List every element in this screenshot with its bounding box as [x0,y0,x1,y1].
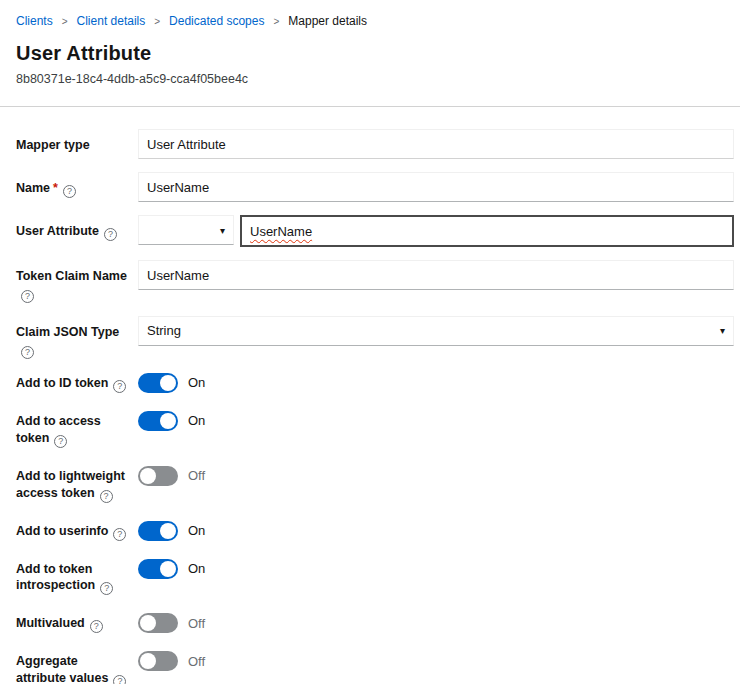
help-icon[interactable]: ? [113,675,126,684]
page-title: User Attribute [16,42,724,65]
mapper-type-input [138,129,734,159]
user-attribute-label: User Attribute [16,224,99,238]
breadcrumb-item-mapper-details: Mapper details [288,14,367,28]
switch-state-label: On [188,413,205,428]
claim-json-type-label: Claim JSON Type [16,325,119,339]
breadcrumb-item-clients[interactable]: Clients [16,14,53,28]
add-to-lightweight-access-token-switch[interactable] [138,466,178,486]
add-to-token-introspection-switch[interactable] [138,559,178,579]
token-claim-name-input[interactable] [138,260,734,290]
breadcrumb-separator-icon: > [273,16,279,27]
add-to-lightweight-access-token-row: Add to lightweight access token? Off [16,465,734,503]
breadcrumb-separator-icon: > [154,16,160,27]
chevron-down-icon: ▾ [712,325,725,336]
help-icon[interactable]: ? [113,380,126,393]
switch-knob [160,523,176,539]
claim-json-type-select[interactable]: String ▾ [138,316,734,346]
mapper-type-label: Mapper type [16,138,90,152]
multivalued-switch[interactable] [138,613,178,633]
user-attribute-row: User Attribute? ▾ UserName [16,215,734,247]
add-to-access-token-row: Add to access token? On [16,410,734,448]
help-icon[interactable]: ? [21,290,34,303]
aggregate-attribute-values-switch[interactable] [138,651,178,671]
mapper-id: 8b80371e-18c4-4ddb-a5c9-cca4f05bee4c [16,72,724,106]
aggregate-attribute-values-row: Aggregate attribute values? Off [16,650,734,684]
help-icon[interactable]: ? [113,528,126,541]
switch-knob [140,615,156,631]
help-icon[interactable]: ? [90,620,103,633]
switch-state-label: Off [188,616,205,631]
switch-knob [160,413,176,429]
switch-state-label: Off [188,654,205,669]
add-to-token-introspection-row: Add to token introspection? On [16,558,734,596]
breadcrumb: Clients > Client details > Dedicated sco… [0,0,740,32]
claim-json-type-row: Claim JSON Type? String ▾ [16,316,734,359]
name-input[interactable] [138,172,734,202]
add-to-userinfo-label: Add to userinfo [16,524,108,538]
switch-state-label: On [188,561,205,576]
breadcrumb-item-client-details[interactable]: Client details [77,14,146,28]
mapper-form: Mapper type Name*? User Attribute? ▾ Use… [0,107,740,684]
add-to-id-token-row: Add to ID token? On [16,372,734,393]
name-label: Name [16,181,50,195]
mapper-type-row: Mapper type [16,129,734,159]
claim-json-type-value: String [147,323,181,338]
switch-knob [160,375,176,391]
add-to-id-token-switch[interactable] [138,373,178,393]
aggregate-attribute-values-label: Aggregate attribute values [16,654,108,684]
help-icon[interactable]: ? [100,582,113,595]
breadcrumb-separator-icon: > [62,16,68,27]
help-icon[interactable]: ? [104,228,117,241]
switch-knob [160,561,176,577]
switch-knob [140,468,156,484]
help-icon[interactable]: ? [21,346,34,359]
multivalued-row: Multivalued? Off [16,612,734,633]
page-header: User Attribute 8b80371e-18c4-4ddb-a5c9-c… [0,32,740,106]
switch-knob [140,653,156,669]
user-attribute-input-value: UserName [250,224,312,239]
chevron-down-icon: ▾ [212,225,225,236]
add-to-id-token-label: Add to ID token [16,376,108,390]
add-to-userinfo-row: Add to userinfo? On [16,520,734,541]
required-asterisk: * [53,181,58,195]
multivalued-label: Multivalued [16,616,85,630]
breadcrumb-item-dedicated-scopes[interactable]: Dedicated scopes [169,14,264,28]
token-claim-name-label: Token Claim Name [16,269,127,283]
switch-state-label: Off [188,468,205,483]
help-icon[interactable]: ? [100,490,113,503]
help-icon[interactable]: ? [54,435,67,448]
switch-state-label: On [188,375,205,390]
help-icon[interactable]: ? [63,185,76,198]
switch-state-label: On [188,523,205,538]
token-claim-name-row: Token Claim Name? [16,260,734,303]
add-to-userinfo-switch[interactable] [138,521,178,541]
add-to-access-token-switch[interactable] [138,411,178,431]
name-row: Name*? [16,172,734,202]
user-attribute-select[interactable]: ▾ [138,215,234,245]
user-attribute-input[interactable]: UserName [240,215,734,247]
add-to-token-introspection-label: Add to token introspection [16,562,95,593]
